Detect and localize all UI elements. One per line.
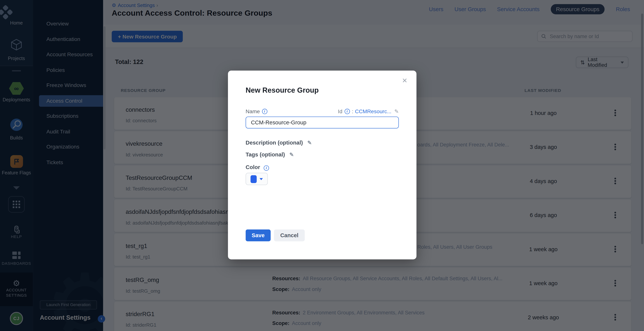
color-picker-dropdown[interactable]: [246, 173, 268, 185]
app-window: Home Projects ∞ Deployments: [0, 0, 644, 331]
close-icon[interactable]: ✕: [402, 77, 407, 84]
color-section: Color i: [246, 164, 269, 171]
chevron-down-icon: [260, 178, 263, 180]
edit-description-icon[interactable]: ✎: [307, 139, 312, 146]
name-field-header: Name i Id i : CCMResourc... ✎: [246, 108, 399, 115]
info-icon[interactable]: i: [264, 165, 269, 171]
info-icon[interactable]: i: [262, 109, 267, 114]
color-label: Color: [246, 164, 260, 170]
name-label: Name: [246, 108, 260, 115]
resource-group-name-input[interactable]: [246, 117, 399, 128]
new-resource-group-modal: ✕ New Resource Group Name i Id i : CCMRe…: [228, 71, 416, 259]
save-button[interactable]: Save: [246, 230, 271, 241]
description-label: Description (optional): [246, 139, 303, 146]
color-swatch: [250, 175, 257, 183]
description-section: Description (optional) ✎: [246, 139, 312, 146]
info-icon[interactable]: i: [344, 109, 350, 114]
modal-title: New Resource Group: [246, 86, 319, 95]
edit-id-icon[interactable]: ✎: [394, 108, 399, 115]
id-value-link[interactable]: CCMResourc...: [355, 108, 391, 115]
edit-tags-icon[interactable]: ✎: [289, 151, 294, 158]
id-separator: :: [352, 108, 353, 115]
id-label: Id: [338, 108, 342, 115]
tags-label: Tags (optional): [246, 151, 285, 158]
tags-section: Tags (optional) ✎: [246, 151, 294, 158]
cancel-button[interactable]: Cancel: [274, 230, 305, 241]
screen: Home Projects ∞ Deployments: [0, 0, 644, 331]
